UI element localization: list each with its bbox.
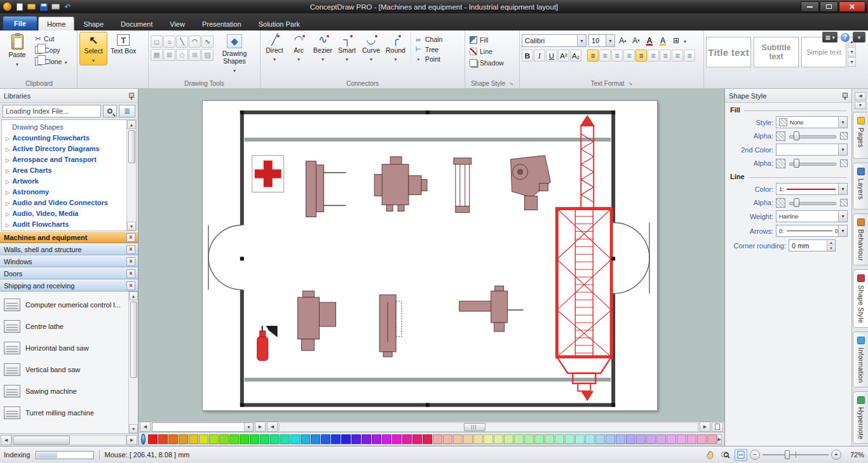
- first-aid-sign[interactable]: [252, 156, 284, 192]
- door-left[interactable]: [208, 225, 242, 290]
- open-folder-icon[interactable]: [27, 2, 36, 11]
- door-right[interactable]: [613, 222, 649, 293]
- palette-color-swatch[interactable]: [341, 434, 351, 444]
- align-button[interactable]: [648, 50, 659, 62]
- pin-icon[interactable]: [841, 92, 848, 100]
- palette-color-swatch[interactable]: [260, 434, 269, 444]
- font-family-select[interactable]: Calibri: [522, 34, 587, 47]
- palette-color-swatch[interactable]: [433, 434, 442, 444]
- menu-tab[interactable]: View: [161, 17, 193, 30]
- drawing-tool-icon[interactable]: ▨: [201, 49, 214, 61]
- expand-arrow-icon[interactable]: [6, 123, 10, 131]
- palette-color-swatch[interactable]: [423, 434, 432, 444]
- library-tab[interactable]: Walls, shell and structure ×: [0, 243, 138, 255]
- library-tree-item[interactable]: Audio, Video, Media: [2, 208, 126, 218]
- palette-color-swatch[interactable]: [179, 434, 188, 444]
- pin-icon[interactable]: [128, 92, 134, 100]
- line-alpha-slider[interactable]: [788, 198, 837, 208]
- clone-button[interactable]: Clone: [32, 57, 69, 66]
- page-selector[interactable]: [152, 422, 254, 432]
- connector-mode-button[interactable]: • Point: [412, 55, 444, 63]
- palette-color-swatch[interactable]: [382, 434, 391, 444]
- palette-color-swatch[interactable]: [219, 434, 229, 444]
- side-panel-tab[interactable]: Hypernote: [853, 391, 868, 444]
- gallery-more-icon[interactable]: ▼: [848, 57, 856, 67]
- tree-view-toggle-button[interactable]: ≣: [119, 105, 135, 117]
- palette-color-swatch[interactable]: [250, 434, 259, 444]
- shape-style-button[interactable]: Line: [467, 47, 506, 56]
- connector-tool-button[interactable]: ╱ Direct: [262, 32, 287, 64]
- library-shape-item[interactable]: Centre lathe: [1, 316, 127, 337]
- scroll-left-icon[interactable]: ◀: [1, 435, 11, 445]
- palette-color-swatch[interactable]: [626, 434, 635, 444]
- machine-drill[interactable]: [511, 156, 551, 210]
- library-tree-item[interactable]: Active Directory Diagrams: [2, 143, 126, 154]
- menu-tab[interactable]: File: [3, 16, 37, 30]
- palette-color-swatch[interactable]: [677, 434, 686, 444]
- palette-color-swatch[interactable]: [311, 434, 320, 444]
- palette-color-swatch[interactable]: [667, 434, 676, 444]
- borders-button[interactable]: ⊞: [670, 35, 682, 47]
- menu-tab[interactable]: Shape: [75, 17, 112, 30]
- palette-color-swatch[interactable]: [209, 434, 219, 444]
- expand-arrow-icon[interactable]: [6, 134, 10, 142]
- close-library-icon[interactable]: ×: [126, 233, 135, 242]
- drawing-tool-icon[interactable]: ╲: [176, 36, 188, 48]
- machine-horizontal-saw[interactable]: [459, 286, 524, 332]
- library-shape-item[interactable]: Vertical band saw: [1, 359, 127, 380]
- fill-alpha-slider[interactable]: [788, 131, 837, 141]
- palette-color-swatch[interactable]: [199, 434, 208, 444]
- scroll-down-icon[interactable]: ▼: [129, 424, 138, 433]
- palette-color-swatch[interactable]: [646, 434, 656, 444]
- palette-color-swatch[interactable]: [484, 434, 493, 444]
- spinner-icon[interactable]: ▲▼: [827, 240, 835, 251]
- expand-arrow-icon[interactable]: [6, 199, 10, 206]
- expand-arrow-icon[interactable]: [6, 188, 10, 196]
- expand-arrow-icon[interactable]: [6, 220, 10, 228]
- library-tree-item[interactable]: Accounting Flowcharts: [2, 132, 126, 143]
- palette-color-swatch[interactable]: [687, 434, 696, 444]
- library-tab[interactable]: Windows ×: [0, 255, 138, 267]
- pan-hand-icon[interactable]: [704, 449, 717, 461]
- alpha-pattern-button[interactable]: [776, 198, 785, 208]
- align-button[interactable]: [672, 50, 683, 62]
- library-shape-item[interactable]: Computer numerical control l...: [1, 294, 127, 316]
- library-tab[interactable]: Machines and equipment ×: [0, 231, 138, 243]
- palette-color-swatch[interactable]: [636, 434, 646, 444]
- maximize-button[interactable]: [820, 1, 838, 12]
- align-button[interactable]: [635, 50, 647, 62]
- palette-color-swatch[interactable]: [606, 434, 615, 444]
- grow-font-button[interactable]: A: [617, 35, 628, 47]
- library-shape-item[interactable]: Turret milling machine: [1, 402, 127, 424]
- drawing-tool-icon[interactable]: ◠: [189, 36, 201, 48]
- alpha-pattern-button[interactable]: [776, 131, 785, 141]
- select-tool-button[interactable]: ↖ Select: [79, 32, 107, 65]
- side-panel-tab[interactable]: Layers: [853, 163, 868, 210]
- palette-color-swatch[interactable]: [351, 434, 361, 444]
- font-style-button[interactable]: I: [534, 50, 545, 62]
- connector-tool-button[interactable]: ◡ Curve: [359, 32, 383, 64]
- palette-color-swatch[interactable]: [555, 434, 564, 444]
- menu-tab[interactable]: Document: [112, 17, 161, 30]
- palette-color-swatch[interactable]: [331, 434, 341, 444]
- text-style-card[interactable]: Subtitle text: [754, 37, 799, 67]
- expand-arrow-icon[interactable]: [6, 166, 10, 174]
- palette-color-swatch[interactable]: [504, 434, 513, 444]
- fire-extinguisher[interactable]: [257, 326, 278, 361]
- drawing-tool-icon[interactable]: ▦: [151, 49, 163, 61]
- font-style-button[interactable]: A²: [558, 50, 569, 62]
- connector-mode-button[interactable]: ⊢ Tree: [412, 45, 444, 53]
- corner-rounding-input[interactable]: 0 mm ▲▼: [789, 239, 836, 252]
- cut-button[interactable]: ✂Cut: [32, 34, 69, 43]
- print-icon[interactable]: [51, 2, 60, 11]
- palette-color-swatch[interactable]: [321, 434, 330, 444]
- tree-scrollbar[interactable]: ▲ ▼: [126, 120, 136, 231]
- font-style-button[interactable]: U: [546, 50, 557, 62]
- window-layout-button[interactable]: ▦ ▾: [822, 32, 837, 43]
- second-color-select[interactable]: [776, 144, 848, 156]
- library-tree-item[interactable]: Audit Flowcharts: [2, 218, 126, 229]
- shrink-font-button[interactable]: A: [630, 35, 642, 47]
- scroll-right-icon[interactable]: ▶: [126, 435, 137, 445]
- font-style-button[interactable]: A₂: [570, 50, 581, 62]
- alpha-pattern-button[interactable]: [776, 159, 785, 168]
